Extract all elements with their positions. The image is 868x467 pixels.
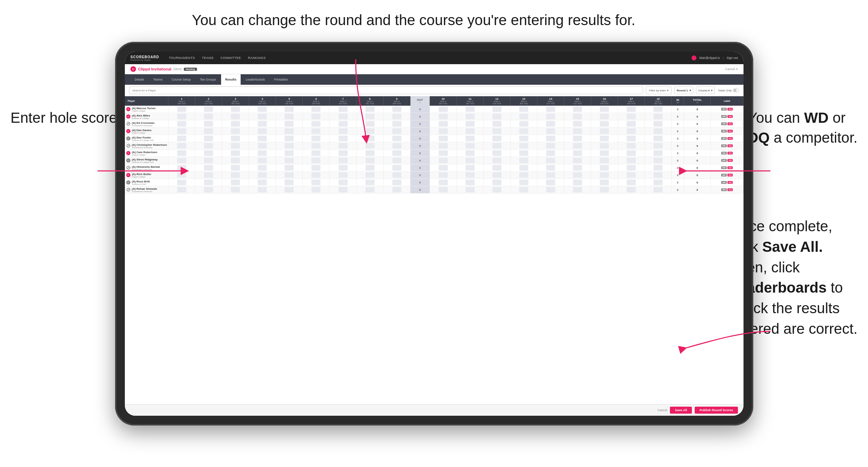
hole-11-score[interactable] (456, 172, 483, 179)
hole-7-score[interactable] (330, 179, 356, 186)
hole-18-score[interactable] (645, 142, 672, 150)
wd-button[interactable]: WD (721, 174, 727, 176)
hole-7-score[interactable] (330, 106, 356, 113)
hole-1-score[interactable] (168, 157, 195, 164)
hole-4-score[interactable] (249, 120, 276, 128)
hole-7-score[interactable] (330, 128, 356, 135)
nav-link-committee[interactable]: COMMITTEE (221, 56, 241, 60)
hole-12-score[interactable] (483, 106, 510, 113)
hole-1-score[interactable] (168, 135, 195, 142)
hole-15-score[interactable] (564, 150, 591, 157)
hole-10-score[interactable] (430, 128, 456, 135)
footer-cancel-button[interactable]: Cancel (657, 408, 667, 412)
hole-4-score[interactable] (249, 106, 276, 113)
hole-3-score[interactable] (222, 106, 249, 113)
hole-16-score[interactable] (591, 150, 618, 157)
hole-14-score[interactable] (537, 135, 564, 142)
hole-9-score[interactable] (383, 106, 410, 113)
hole-5-score[interactable] (276, 150, 303, 157)
hole-14-score[interactable] (537, 113, 564, 120)
hole-14-score[interactable] (537, 142, 564, 150)
hole-18-score[interactable] (645, 150, 672, 157)
hole-2-score[interactable] (195, 135, 222, 142)
hole-3-score[interactable] (222, 179, 249, 186)
dq-button[interactable]: DQ (727, 130, 733, 133)
dq-button[interactable]: DQ (727, 122, 733, 125)
hole-15-score[interactable] (564, 164, 591, 172)
tab-teams[interactable]: Teams (149, 74, 167, 85)
hole-1-score[interactable] (168, 120, 195, 128)
wd-button[interactable]: WD (721, 137, 727, 140)
hole-18-score[interactable] (645, 172, 672, 179)
hole-13-score[interactable] (510, 179, 537, 186)
hole-18-score[interactable] (645, 186, 672, 194)
hole-4-score[interactable] (249, 113, 276, 120)
hole-10-score[interactable] (430, 135, 456, 142)
hole-11-score[interactable] (456, 179, 483, 186)
wd-button[interactable]: WD (721, 159, 727, 162)
hole-7-score[interactable] (330, 157, 356, 164)
hole-8-score[interactable] (356, 128, 383, 135)
hole-4-score[interactable] (249, 172, 276, 179)
hole-18-score[interactable] (645, 106, 672, 113)
hole-17-score[interactable] (618, 157, 645, 164)
hole-3-score[interactable] (222, 142, 249, 150)
hole-8-score[interactable] (356, 172, 383, 179)
hole-5-score[interactable] (276, 164, 303, 172)
publish-round-scores-button[interactable]: Publish Round Scores (695, 407, 738, 414)
hole-10-score[interactable] (430, 186, 456, 194)
hole-8-score[interactable] (356, 186, 383, 194)
hole-16-score[interactable] (591, 157, 618, 164)
hole-2-score[interactable] (195, 128, 222, 135)
hole-17-score[interactable] (618, 113, 645, 120)
hole-16-score[interactable] (591, 120, 618, 128)
hole-13-score[interactable] (510, 135, 537, 142)
wd-button[interactable]: WD (721, 122, 727, 125)
hole-3-score[interactable] (222, 113, 249, 120)
hole-11-score[interactable] (456, 142, 483, 150)
hole-17-score[interactable] (618, 172, 645, 179)
dq-button[interactable]: DQ (727, 166, 733, 169)
hole-1-score[interactable] (168, 113, 195, 120)
tab-printables[interactable]: Printables (270, 74, 292, 85)
hole-2-score[interactable] (195, 106, 222, 113)
hole-12-score[interactable] (483, 172, 510, 179)
hole-1-score[interactable] (168, 142, 195, 150)
hole-2-score[interactable] (195, 113, 222, 120)
hole-4-score[interactable] (249, 186, 276, 194)
hole-17-score[interactable] (618, 164, 645, 172)
wd-button[interactable]: WD (721, 188, 727, 191)
dq-button[interactable]: DQ (727, 115, 733, 118)
hole-3-score[interactable] (222, 135, 249, 142)
dq-button[interactable]: DQ (727, 137, 733, 140)
hole-4-score[interactable] (249, 179, 276, 186)
tab-details[interactable]: Details (130, 74, 149, 85)
hole-11-score[interactable] (456, 150, 483, 157)
tab-tee-groups[interactable]: Tee Groups (196, 74, 220, 85)
nav-link-tournaments[interactable]: TOURNAMENTS (169, 56, 195, 60)
hole-14-score[interactable] (537, 157, 564, 164)
hole-2-score[interactable] (195, 150, 222, 157)
hole-8-score[interactable] (356, 120, 383, 128)
hole-14-score[interactable] (537, 172, 564, 179)
hole-7-score[interactable] (330, 142, 356, 150)
hole-18-score[interactable] (645, 113, 672, 120)
hole-3-score[interactable] (222, 157, 249, 164)
hole-16-score[interactable] (591, 113, 618, 120)
hole-17-score[interactable] (618, 120, 645, 128)
hole-18-score[interactable] (645, 179, 672, 186)
hole-1-score[interactable] (168, 164, 195, 172)
hole-6-score[interactable] (303, 164, 330, 172)
hole-17-score[interactable] (618, 186, 645, 194)
hole-5-score[interactable] (276, 106, 303, 113)
hole-6-score[interactable] (303, 113, 330, 120)
hole-2-score[interactable] (195, 164, 222, 172)
hole-12-score[interactable] (483, 150, 510, 157)
hole-17-score[interactable] (618, 106, 645, 113)
hole-6-score[interactable] (303, 150, 330, 157)
hole-8-score[interactable] (356, 135, 383, 142)
hole-15-score[interactable] (564, 157, 591, 164)
hole-11-score[interactable] (456, 106, 483, 113)
hole-10-score[interactable] (430, 179, 456, 186)
hole-7-score[interactable] (330, 172, 356, 179)
